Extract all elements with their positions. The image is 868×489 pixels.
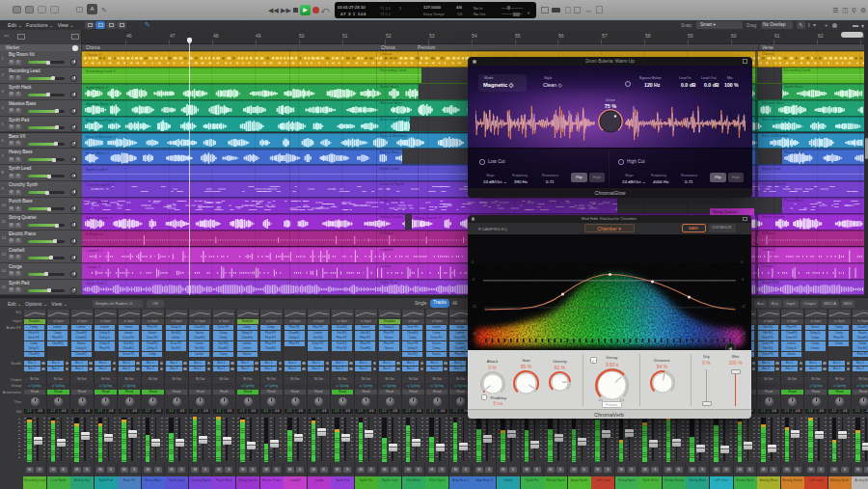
svg-text:0: 0	[741, 260, 743, 264]
svg-text:0: 0	[472, 260, 474, 264]
svg-text:-12: -12	[741, 305, 746, 309]
svg-text:-6: -6	[472, 278, 475, 282]
svg-text:-12: -12	[472, 305, 476, 309]
svg-text:-24: -24	[741, 332, 746, 336]
svg-text:-24: -24	[472, 332, 476, 336]
svg-text:-6: -6	[741, 278, 744, 282]
